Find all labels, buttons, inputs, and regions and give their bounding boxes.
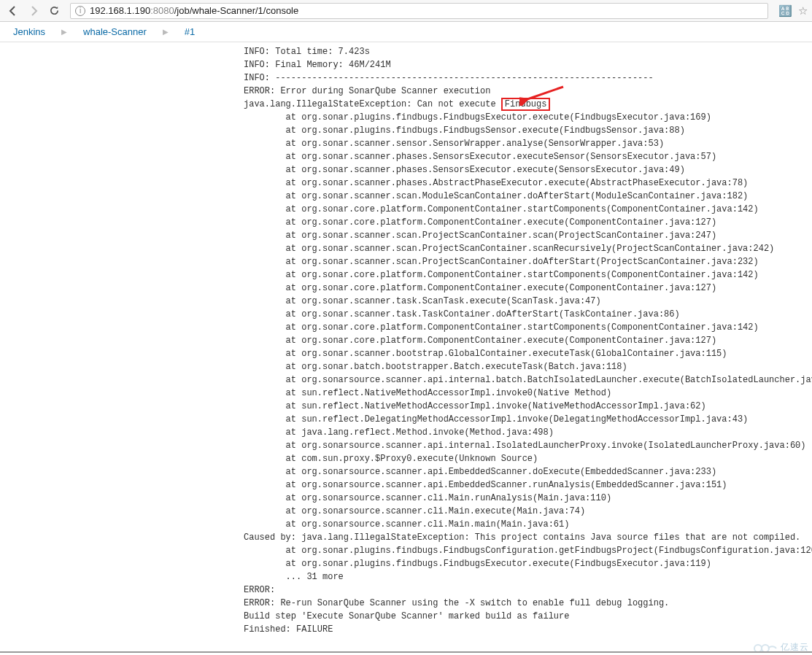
watermark: 亿速云 <box>753 640 809 654</box>
address-bar[interactable]: i 192.168.1.190:8080/job/whale-Scanner/1… <box>70 3 768 19</box>
console-output: INFO: Total time: 7.423s INFO: Final Mem… <box>0 42 812 636</box>
chevron-right-icon: ▶ <box>61 28 67 36</box>
url-path: /job/whale-Scanner/1/console <box>174 5 299 16</box>
back-button[interactable] <box>4 2 22 20</box>
site-info-icon[interactable]: i <box>75 6 85 16</box>
highlighted-term: Findbugs <box>501 98 551 111</box>
browser-toolbar: i 192.168.1.190:8080/job/whale-Scanner/1… <box>0 0 812 22</box>
reload-button[interactable] <box>45 2 63 20</box>
bookmark-star-icon[interactable]: ☆ <box>798 4 808 18</box>
url-port: :8080 <box>150 5 174 16</box>
watermark-text: 亿速云 <box>781 641 809 654</box>
chevron-right-icon: ▶ <box>163 28 169 36</box>
translate-icon[interactable]: 🔠 <box>778 4 792 18</box>
breadcrumb-link-job[interactable]: whale-Scanner <box>83 26 147 37</box>
svg-point-2 <box>762 645 769 652</box>
forward-button[interactable] <box>25 2 42 20</box>
breadcrumb: Jenkins ▶ whale-Scanner ▶ #1 <box>0 22 812 42</box>
breadcrumb-link-jenkins[interactable]: Jenkins <box>13 26 45 37</box>
url-host: 192.168.1.190 <box>90 5 150 16</box>
svg-point-1 <box>754 645 762 652</box>
breadcrumb-link-build[interactable]: #1 <box>185 26 195 37</box>
